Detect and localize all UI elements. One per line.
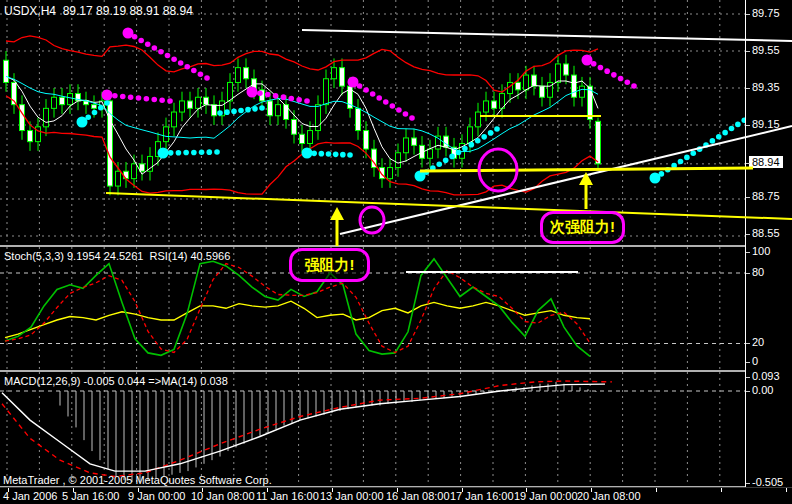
candle-body (212, 105, 217, 116)
candle-body (388, 168, 393, 179)
macd-canvas[interactable] (0, 372, 745, 486)
axis-price-label: 89.75 (752, 7, 780, 19)
axis-tick (746, 125, 750, 126)
rsi-line (5, 301, 590, 337)
fractal-dot (184, 64, 190, 70)
fractal-dot (273, 93, 279, 99)
candle-body (52, 97, 57, 108)
fractal-dot (145, 41, 151, 47)
candle-body (412, 138, 417, 145)
fractal-dot (735, 122, 741, 128)
fractal-dot (409, 115, 415, 121)
fractal-dot (494, 126, 500, 132)
annotation-secondary-resistance[interactable]: 次强阻力! (540, 211, 625, 244)
candle-body (580, 86, 585, 97)
time-tick (656, 488, 657, 492)
stochastic-canvas[interactable] (0, 247, 745, 370)
fractal-dot (624, 79, 630, 85)
candle-body (204, 97, 209, 104)
fractal-dot (265, 92, 271, 98)
metatrader-chart-window: USDX,H4 89.17 89.19 88.91 88.94 Stoch(5,… (0, 0, 792, 504)
annotation-strong-resistance[interactable]: 强阻力! (289, 248, 370, 282)
time-axis-label: 16 Jan 08:00 (386, 490, 450, 502)
fractal-dot (214, 149, 220, 155)
fractal-dot (469, 142, 475, 148)
fractal-dot (120, 94, 126, 100)
time-axis-label: 17 Jan 16:00 (450, 490, 514, 502)
fractal-dot (678, 159, 684, 165)
time-axis-label: 11 Jan 16:00 (256, 490, 319, 502)
fractal-dot (92, 110, 98, 116)
stochastic-label: Stoch(5,3,3) 9.1954 24.5261 RSI(14) 40.5… (4, 250, 230, 262)
fractal-dot (281, 94, 287, 100)
fractal-dot (191, 68, 197, 74)
axis-tick (746, 163, 750, 164)
fractal-dot (296, 97, 302, 103)
time-axis-label: 5 Jan 16:00 (62, 490, 120, 502)
stochastic-panel[interactable] (0, 247, 745, 370)
fractal-dot (152, 45, 158, 51)
axis-tick (746, 88, 750, 89)
macd-histogram (60, 382, 596, 482)
fractal-dot (611, 72, 617, 78)
fractal-dot (591, 61, 597, 67)
candle-body (340, 68, 345, 87)
fractal-dot (403, 111, 409, 117)
candle-body (196, 97, 201, 108)
fractal-dot (488, 130, 494, 136)
candle-body (68, 94, 73, 105)
fractal-dot (217, 110, 223, 116)
candle-body (244, 68, 249, 79)
fractal-dot (665, 167, 671, 173)
candle-body (556, 64, 561, 82)
fractal-dot (347, 152, 353, 158)
fractal-dot (165, 53, 171, 59)
candle-body (476, 112, 481, 127)
fractal-dot (183, 150, 189, 156)
fractal-dot (112, 93, 118, 99)
fractal-dot (238, 108, 244, 114)
time-axis-label: 10 Jan 08:00 (191, 490, 255, 502)
fractal-dot (436, 161, 442, 167)
axis-tick (746, 14, 750, 15)
fractal-dot (199, 149, 205, 155)
candle-body (572, 75, 577, 97)
axis-price-label: 20 (752, 336, 764, 348)
fractal-dot (722, 130, 728, 136)
price-chart-canvas[interactable] (0, 0, 745, 245)
fractal-dot (151, 97, 157, 103)
fractal-dot (363, 87, 369, 93)
axis-price-label: -0.505 (752, 476, 783, 488)
copyright-text: MetaTrader , © 2001-2005 MetaQuotes Soft… (3, 474, 272, 486)
fractal-dot (102, 90, 113, 101)
fractal-dot (98, 105, 104, 111)
fractal-dot (176, 150, 182, 156)
fractal-dot (168, 150, 174, 156)
time-axis: 4 Jan 20065 Jan 16:009 Jan 00:0010 Jan 0… (0, 488, 792, 504)
fractal-dot (206, 149, 212, 155)
fractal-dot (631, 83, 637, 89)
fractal-dot (311, 151, 317, 157)
macd-panel[interactable] (0, 372, 745, 486)
fractal-dot (598, 65, 604, 71)
current-price-label: 88.94 (749, 156, 783, 168)
axis-price-label: 89.35 (752, 81, 780, 93)
fractal-dot (302, 148, 313, 159)
candle-body (92, 105, 97, 109)
axis-price-label: 0 (752, 355, 758, 367)
fractal-dot (703, 142, 709, 148)
fractal-dot (245, 107, 251, 113)
fractal-dot (304, 98, 310, 104)
fractal-dot (259, 105, 265, 111)
fractal-dot (288, 96, 294, 102)
fractal-dot (684, 155, 690, 161)
candle-body (276, 105, 281, 116)
macd-signal-line (2, 381, 612, 477)
fractal-dot (167, 98, 173, 104)
main-price-panel[interactable] (0, 0, 745, 245)
candle-body (172, 112, 177, 127)
time-axis-label: 4 Jan 2006 (3, 490, 57, 502)
candle-body (300, 134, 305, 143)
time-axis-label: 20 Jan 08:00 (577, 490, 641, 502)
candle-body (332, 68, 337, 79)
